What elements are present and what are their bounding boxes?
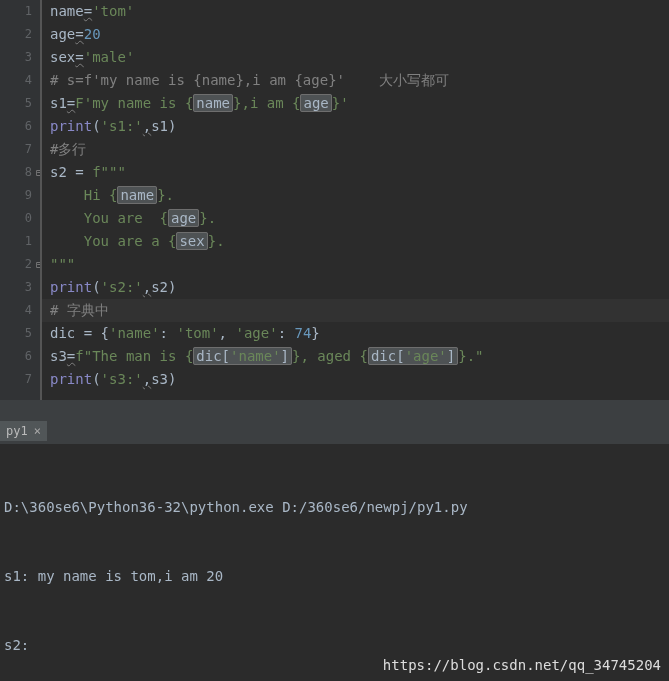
line-number: 8⊟ [0,161,32,184]
code-line: s2 = f""" [42,161,669,184]
console-line: D:\360se6\Python36-32\python.exe D:/360s… [4,496,665,519]
line-number: 7 [0,138,32,161]
code-line: You are {age}. [42,207,669,230]
code-line: """ [42,253,669,276]
console-tab[interactable]: py1 × [0,421,47,441]
tab-label: py1 [6,424,28,438]
line-number: 9 [0,184,32,207]
line-number: 4 [0,299,32,322]
line-number: 5 [0,322,32,345]
code-line: # 字典中 [42,299,669,322]
line-number: 6 [0,115,32,138]
line-gutter: 1 2 3 4 5 6 7 8⊟ 9 0 1 2⊟ 3 4 5 6 7 [0,0,40,400]
line-number: 1 [0,0,32,23]
code-line: age=20 [42,23,669,46]
code-line: dic = {'name': 'tom', 'age': 74} [42,322,669,345]
console-tab-bar: py1 × [0,418,669,444]
line-number: 5 [0,92,32,115]
line-number: 2 [0,23,32,46]
code-line: name='tom' [42,0,669,23]
line-number: 3 [0,276,32,299]
code-editor: 1 2 3 4 5 6 7 8⊟ 9 0 1 2⊟ 3 4 5 6 7 name… [0,0,669,400]
console-line: s1: my name is tom,i am 20 [4,565,665,588]
code-line: print('s3:',s3) [42,368,669,391]
code-content[interactable]: name='tom' age=20 sex='male' # s=f'my na… [40,0,669,400]
panel-divider[interactable] [0,400,669,418]
line-number: 4 [0,69,32,92]
line-number: 6 [0,345,32,368]
code-line: # s=f'my name is {name},i am {age}' 大小写都… [42,69,669,92]
code-line: You are a {sex}. [42,230,669,253]
line-number: 7 [0,368,32,391]
code-line: s1=F'my name is {name},i am {age}' [42,92,669,115]
line-number: 3 [0,46,32,69]
code-line: s3=f"The man is {dic['name']}, aged {dic… [42,345,669,368]
line-number: 2⊟ [0,253,32,276]
code-line: print('s1:',s1) [42,115,669,138]
line-number: 0 [0,207,32,230]
code-line: #多行 [42,138,669,161]
console-output[interactable]: D:\360se6\Python36-32\python.exe D:/360s… [0,444,669,681]
line-number: 1 [0,230,32,253]
close-icon[interactable]: × [34,424,41,438]
code-line: print('s2:',s2) [42,276,669,299]
watermark-text: https://blog.csdn.net/qq_34745204 [383,654,661,677]
code-line: sex='male' [42,46,669,69]
code-line: Hi {name}. [42,184,669,207]
